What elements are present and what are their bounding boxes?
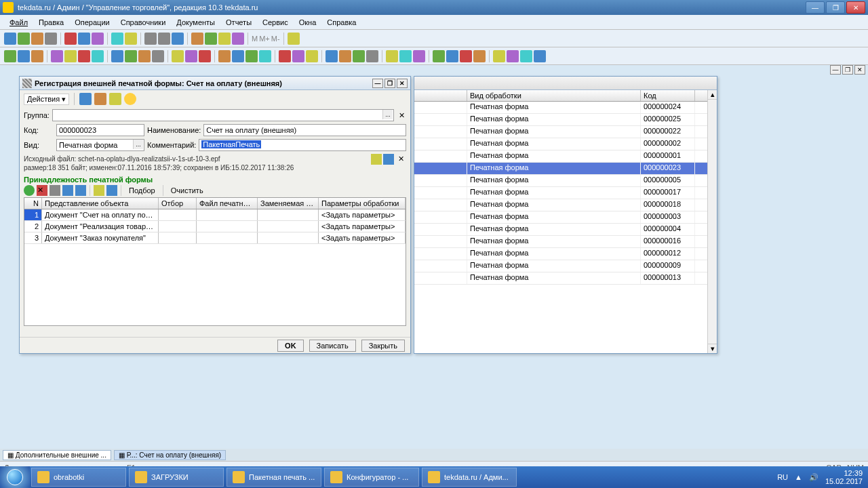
toolbar-icon[interactable]	[326, 50, 338, 62]
list-row[interactable]: Печатная форма000000016	[414, 236, 707, 248]
code-input[interactable]	[56, 124, 144, 136]
menu-item-3[interactable]: Справочники	[115, 17, 172, 28]
toolbar-icon[interactable]	[45, 33, 57, 45]
toolbar-icon[interactable]	[92, 50, 104, 62]
tray-flag-icon[interactable]: 🔊	[809, 473, 818, 482]
toolbar-icon[interactable]	[172, 33, 184, 45]
toolbar-icon[interactable]	[92, 33, 104, 45]
list-row[interactable]: Печатная форма000000009	[414, 260, 707, 272]
toolbar-icon[interactable]	[111, 50, 123, 62]
dialog-close-button[interactable]: ✕	[397, 79, 408, 88]
doc-tab[interactable]: ▦ Дополнительные внешние ...	[3, 450, 111, 460]
name-input[interactable]	[203, 124, 406, 136]
toolbar-icon[interactable]	[534, 50, 546, 62]
toolbar-icon[interactable]	[79, 93, 92, 105]
toolbar-icon[interactable]	[205, 33, 217, 45]
close-button[interactable]: Закрыть	[361, 340, 405, 352]
toolbar-icon[interactable]	[413, 50, 425, 62]
col-params[interactable]: Параметры обработки	[319, 198, 406, 209]
doc-tab[interactable]: ▦ Р...: Счет на оплату (внешняя)	[114, 450, 226, 460]
ok-button[interactable]: OK	[277, 340, 304, 352]
toolbar-icon[interactable]	[144, 33, 157, 45]
col-code[interactable]: Код	[641, 90, 695, 101]
group-input[interactable]	[52, 109, 394, 121]
list-row[interactable]: Печатная форма000000003	[414, 211, 707, 224]
menu-item-4[interactable]: Документы	[171, 17, 220, 28]
list-row[interactable]: Печатная форма000000001	[414, 150, 707, 163]
list-row[interactable]: Печатная форма000000022	[414, 126, 707, 138]
toolbar-icon[interactable]	[292, 50, 304, 62]
toolbar-icon[interactable]	[125, 50, 137, 62]
col-file[interactable]: Файл печатной...	[197, 198, 258, 209]
toolbar-icon[interactable]	[232, 50, 244, 62]
toolbar-icon[interactable]	[78, 50, 90, 62]
tray-clock[interactable]: 12:39 15.02.2017	[825, 469, 863, 485]
list-row[interactable]: Печатная форма000000004	[414, 224, 707, 236]
toolbar-icon[interactable]	[94, 93, 106, 105]
toolbar-icon[interactable]	[279, 50, 291, 62]
menu-item-6[interactable]: Сервис	[257, 17, 294, 28]
folder-icon[interactable]	[94, 185, 104, 196]
col-marker[interactable]	[414, 90, 467, 101]
list-row[interactable]: Печатная форма000000013	[414, 272, 707, 285]
window-close-button[interactable]: ✕	[846, 1, 865, 14]
menu-item-8[interactable]: Справка	[321, 17, 361, 28]
toolbar-icon[interactable]	[111, 33, 123, 45]
disk-icon[interactable]	[106, 185, 117, 196]
toolbar-icon[interactable]	[306, 50, 318, 62]
col-obj[interactable]: Представление объекта	[42, 198, 159, 209]
toolbar-icon[interactable]	[185, 50, 197, 62]
toolbar-icon[interactable]	[109, 93, 121, 105]
toolbar-text-mminus[interactable]: M-	[271, 35, 280, 43]
toolbar-icon[interactable]	[433, 50, 445, 62]
menu-item-1[interactable]: Правка	[33, 17, 69, 28]
clear-icon[interactable]: ✕	[397, 111, 406, 120]
toolbar-icon[interactable]	[199, 50, 211, 62]
toolbar-icon[interactable]	[64, 50, 77, 62]
col-type[interactable]: Вид обработки	[467, 90, 641, 101]
toolbar-icon[interactable]	[31, 50, 43, 62]
toolbar-icon[interactable]	[4, 33, 16, 45]
clear-button[interactable]: Очистить	[167, 186, 208, 195]
toolbar-icon[interactable]	[4, 50, 16, 62]
toolbar-icon[interactable]	[51, 50, 63, 62]
toolbar-icon[interactable]	[353, 50, 365, 62]
toolbar-icon[interactable]	[218, 50, 231, 62]
window-minimize-button[interactable]: —	[806, 1, 825, 14]
toolbar-icon[interactable]	[191, 33, 203, 45]
toolbar-icon[interactable]	[172, 50, 184, 62]
menu-item-0[interactable]: Файл	[4, 17, 33, 28]
taskbar-item[interactable]: obrabotki	[31, 468, 126, 487]
toolbar-icon[interactable]	[64, 33, 77, 45]
toolbar-icon[interactable]	[152, 50, 164, 62]
help-icon[interactable]	[124, 93, 136, 105]
grid-row[interactable]: 3Документ "Заказ покупателя"<Задать пара…	[24, 232, 406, 244]
delete-file-icon[interactable]: ✕	[395, 154, 406, 165]
add-row-icon[interactable]	[24, 185, 35, 196]
window-maximize-button[interactable]: ❐	[826, 1, 845, 14]
toolbar-icon[interactable]	[259, 50, 271, 62]
sort-asc-icon[interactable]	[62, 185, 73, 196]
list-row[interactable]: Печатная форма000000018	[414, 199, 707, 211]
mdi-maximize-button[interactable]: ❐	[842, 65, 853, 75]
save-file-icon[interactable]	[383, 154, 394, 165]
toolbar-icon[interactable]	[460, 50, 472, 62]
list-row[interactable]: Печатная форма000000002	[414, 138, 707, 150]
toolbar-icon[interactable]	[78, 33, 90, 45]
edit-row-icon[interactable]	[50, 185, 60, 196]
list-row[interactable]: Печатная форма000000024	[414, 102, 707, 114]
toolbar-icon[interactable]	[218, 33, 231, 45]
open-file-icon[interactable]	[371, 154, 382, 165]
taskbar-item[interactable]: Конфигуратор - ...	[324, 468, 419, 487]
delete-row-icon[interactable]: ✕	[37, 185, 47, 196]
toolbar-icon[interactable]	[18, 50, 30, 62]
toolbar-icon[interactable]	[520, 50, 532, 62]
comment-input[interactable]: ПакетнаяПечать	[199, 139, 406, 151]
taskbar-item[interactable]: tekdata.ru / Адми...	[422, 468, 517, 487]
toolbar-icon[interactable]	[386, 50, 398, 62]
toolbar-icon[interactable]	[446, 50, 458, 62]
grid-row[interactable]: 1Документ "Счет на оплату покуп...<Задат…	[24, 209, 406, 221]
toolbar-icon[interactable]	[125, 33, 137, 45]
toolbar-icon[interactable]	[339, 50, 351, 62]
mdi-minimize-button[interactable]: —	[830, 65, 841, 75]
